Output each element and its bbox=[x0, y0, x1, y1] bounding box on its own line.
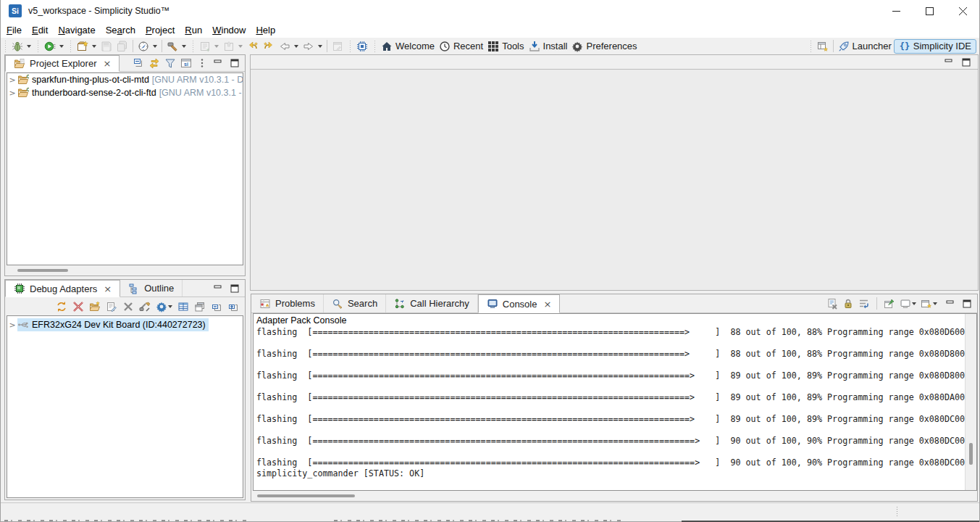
menu-navigate[interactable]: Navigate bbox=[54, 23, 99, 37]
clear-console-icon[interactable] bbox=[826, 298, 838, 310]
copy-view-icon[interactable] bbox=[194, 301, 206, 312]
build-hammer-button[interactable] bbox=[164, 40, 188, 53]
minimize-view-icon[interactable] bbox=[945, 298, 956, 310]
toolbar-button-label: Simplicity IDE bbox=[913, 41, 971, 51]
new-project-button[interactable] bbox=[75, 40, 99, 53]
menu-file[interactable]: File bbox=[2, 23, 26, 37]
open-console-button[interactable] bbox=[921, 298, 937, 310]
adapter-selection[interactable]: EFR32xG24 Dev Kit Board (ID:440272723) bbox=[17, 318, 209, 331]
tab-search[interactable]: Search bbox=[324, 294, 386, 312]
expander-chevron-icon[interactable]: > bbox=[7, 320, 17, 330]
install-button[interactable]: Install bbox=[527, 40, 570, 53]
dropdown-caret-icon[interactable] bbox=[214, 45, 219, 48]
close-button[interactable] bbox=[946, 0, 979, 22]
close-tab-icon[interactable]: × bbox=[104, 283, 112, 294]
save-all-button[interactable] bbox=[114, 40, 130, 53]
tab-problems[interactable]: Problems bbox=[251, 294, 324, 312]
maximize-view-icon[interactable] bbox=[960, 57, 972, 68]
new-editor-button[interactable] bbox=[330, 40, 345, 53]
gear-blue-button[interactable] bbox=[156, 301, 172, 312]
menu-help[interactable]: Help bbox=[251, 23, 280, 37]
disconnect-icon[interactable] bbox=[72, 301, 84, 312]
maximize-view-icon[interactable] bbox=[229, 283, 240, 294]
si-view-icon[interactable]: si bbox=[180, 57, 192, 69]
compass-button[interactable] bbox=[135, 40, 159, 53]
expand-tree-icon[interactable] bbox=[227, 301, 239, 312]
tools-button[interactable]: Tools bbox=[485, 40, 526, 53]
maximize-view-icon[interactable] bbox=[229, 57, 240, 69]
expander-chevron-icon[interactable]: > bbox=[7, 88, 17, 98]
dropdown-caret-icon[interactable] bbox=[27, 45, 31, 48]
delete-x-icon[interactable] bbox=[122, 301, 134, 312]
welcome-button[interactable]: Welcome bbox=[379, 40, 437, 53]
collapse-tree-icon[interactable] bbox=[211, 301, 222, 312]
project-tree-item[interactable]: >Cthunderboard-sense-2-ot-cli-ftd[GNU AR… bbox=[7, 86, 243, 99]
tab-project-explorer[interactable]: Project Explorer × bbox=[5, 55, 120, 72]
dropdown-caret-icon[interactable] bbox=[912, 302, 916, 305]
minimize-view-icon[interactable] bbox=[943, 57, 955, 68]
close-tab-icon[interactable]: × bbox=[103, 58, 111, 69]
dropdown-caret-icon[interactable] bbox=[182, 45, 186, 48]
filter-icon[interactable] bbox=[164, 57, 176, 69]
maximize-button[interactable] bbox=[913, 0, 946, 22]
scroll-lock-icon[interactable] bbox=[842, 298, 854, 310]
tab-call-hierarchy[interactable]: Call Hierarchy bbox=[386, 294, 478, 312]
table-view-icon[interactable] bbox=[177, 301, 189, 312]
minimize-view-icon[interactable] bbox=[212, 283, 224, 294]
close-tab-icon[interactable]: × bbox=[543, 299, 551, 310]
new-perspective-button[interactable] bbox=[815, 40, 831, 53]
editor-tabstrip bbox=[251, 55, 978, 70]
project-explorer-hscrollbar[interactable] bbox=[7, 265, 243, 276]
dropdown-caret-icon[interactable] bbox=[92, 45, 96, 48]
view-menu-icon[interactable] bbox=[196, 57, 208, 69]
launcher-button[interactable]: Launcher bbox=[836, 40, 894, 53]
debug-history-button[interactable] bbox=[197, 40, 221, 53]
run-button[interactable] bbox=[42, 40, 66, 53]
back-edit-button[interactable] bbox=[245, 40, 261, 53]
tab-outline[interactable]: Outline bbox=[120, 280, 183, 297]
debug-button[interactable] bbox=[9, 40, 33, 53]
word-wrap-icon[interactable] bbox=[858, 298, 870, 310]
forward-edit-button[interactable] bbox=[261, 40, 277, 53]
dropdown-caret-icon[interactable] bbox=[168, 305, 172, 308]
recent-button[interactable]: Recent bbox=[437, 40, 485, 53]
flash-chip-button[interactable] bbox=[354, 40, 370, 53]
menu-edit[interactable]: Edit bbox=[28, 23, 52, 37]
tab-debug-adapters[interactable]: Debug Adapters× bbox=[5, 280, 120, 297]
dropdown-caret-icon[interactable] bbox=[153, 45, 157, 48]
project-tree-item[interactable]: >Csparkfun-thing-plus-ot-cli-mtd[GNU ARM… bbox=[7, 73, 243, 86]
console-vscrollbar[interactable] bbox=[965, 314, 976, 491]
maximize-view-icon[interactable] bbox=[961, 298, 973, 310]
console-hscrollbar[interactable] bbox=[253, 491, 977, 501]
toolbar-button-label: Recent bbox=[453, 41, 483, 51]
refresh-connect-icon[interactable] bbox=[56, 301, 67, 312]
preferences-button[interactable]: Preferences bbox=[569, 40, 639, 53]
expander-chevron-icon[interactable]: > bbox=[7, 75, 17, 85]
menu-window[interactable]: Window bbox=[208, 23, 250, 37]
dropdown-caret-icon[interactable] bbox=[59, 45, 64, 48]
dropdown-caret-icon[interactable] bbox=[933, 302, 937, 305]
menu-run[interactable]: Run bbox=[180, 23, 206, 37]
menu-project[interactable]: Project bbox=[141, 23, 179, 37]
run-history-button[interactable] bbox=[221, 40, 245, 53]
minimize-view-icon[interactable] bbox=[212, 57, 224, 69]
rename-icon[interactable] bbox=[106, 301, 117, 312]
dropdown-caret-icon[interactable] bbox=[294, 45, 298, 48]
tab-console[interactable]: Console× bbox=[478, 294, 561, 313]
dropdown-caret-icon[interactable] bbox=[318, 45, 322, 48]
minimize-button[interactable] bbox=[879, 0, 913, 22]
collapse-all-icon[interactable] bbox=[133, 57, 144, 69]
forward-nav-button[interactable] bbox=[301, 40, 324, 53]
folder-new-icon[interactable] bbox=[89, 301, 101, 312]
simplicity-ide-button[interactable]: {}Simplicity IDE bbox=[894, 39, 976, 54]
pin-console-icon[interactable] bbox=[884, 298, 895, 310]
dropdown-caret-icon[interactable] bbox=[238, 45, 243, 48]
save-button[interactable] bbox=[99, 40, 114, 53]
new-editor-icon bbox=[332, 41, 343, 52]
back-nav-button[interactable] bbox=[277, 40, 301, 53]
display-console-button[interactable] bbox=[900, 298, 916, 310]
link-editor-icon[interactable] bbox=[148, 57, 160, 69]
menu-search[interactable]: Search bbox=[101, 23, 140, 37]
debug-adapter-item[interactable]: >EFR32xG24 Dev Kit Board (ID:440272723) bbox=[7, 318, 243, 331]
toolbox-icon[interactable] bbox=[139, 301, 151, 312]
